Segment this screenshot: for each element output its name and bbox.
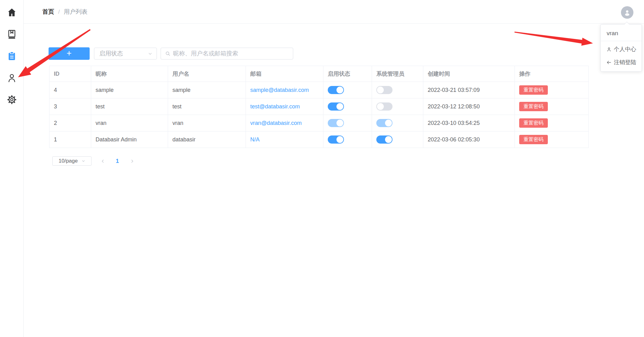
switch-knob: [377, 103, 384, 110]
sidebar-item-home[interactable]: [5, 6, 19, 19]
gear-icon: [7, 94, 17, 105]
table-body: 4samplesamplesample@databasir.com2022-03…: [49, 82, 589, 148]
cell-nickname: sample: [91, 82, 168, 98]
cell-created-at: 2022-03-21 03:57:09: [423, 82, 515, 98]
cell-id: 2: [49, 115, 91, 131]
sidebar-item-tasks-active[interactable]: [5, 49, 19, 63]
sidebar-item-users[interactable]: [5, 71, 19, 85]
dropdown-divider: [601, 41, 642, 41]
menu-item-profile[interactable]: 个人中心: [601, 43, 642, 56]
cell-username: databasir: [168, 131, 246, 148]
annotation-arrow-to-user-menu: [515, 32, 593, 46]
enabled-toggle[interactable]: [328, 86, 344, 94]
cell-email: vran@databasir.com: [246, 115, 323, 131]
cell-created-at: 2022-03-06 02:05:30: [423, 131, 515, 148]
switch-knob: [385, 120, 392, 126]
person-outline-icon: [606, 47, 612, 52]
chevron-left-icon: [101, 159, 105, 164]
page-number-current[interactable]: 1: [110, 158, 125, 164]
status-filter-select[interactable]: 启用状态: [94, 48, 157, 59]
cell-id: 1: [49, 131, 91, 148]
cell-username: test: [168, 98, 246, 115]
reset-password-button[interactable]: 重置密码: [519, 135, 548, 144]
enabled-toggle[interactable]: [328, 119, 344, 127]
status-filter-placeholder: 启用状态: [99, 50, 148, 58]
table-row: 2vranvranvran@databasir.com2022-03-10 03…: [49, 115, 589, 131]
user-icon: [7, 73, 17, 83]
cell-actions: 重置密码: [515, 82, 589, 98]
column-header-3: 邮箱: [246, 66, 323, 82]
column-header-2: 用户名: [168, 66, 246, 82]
admin-toggle[interactable]: [376, 102, 393, 111]
email-link[interactable]: sample@databasir.com: [250, 87, 309, 93]
switch-knob: [336, 136, 343, 143]
menu-item-profile-label: 个人中心: [614, 45, 636, 53]
cell-admin: [372, 131, 423, 148]
page-size-select[interactable]: 10/page: [52, 156, 92, 166]
reset-password-button[interactable]: 重置密码: [519, 85, 548, 95]
admin-toggle[interactable]: [376, 135, 393, 144]
switch-knob: [336, 87, 343, 93]
cell-enabled: [323, 98, 372, 115]
switch-knob: [377, 87, 384, 93]
column-header-7: 操作: [515, 66, 589, 82]
email-link[interactable]: test@databasir.com: [250, 103, 300, 110]
avatar-person-icon: [623, 8, 631, 17]
admin-toggle[interactable]: [376, 86, 393, 94]
book-icon: [7, 29, 17, 40]
enabled-toggle[interactable]: [328, 135, 344, 144]
table-row: 4samplesamplesample@databasir.com2022-03…: [49, 82, 589, 98]
cell-email: sample@databasir.com: [246, 82, 323, 98]
home-icon: [7, 7, 17, 18]
cell-actions: 重置密码: [515, 131, 589, 148]
menu-item-logout[interactable]: 注销登陆: [601, 56, 642, 69]
cell-nickname: test: [91, 98, 168, 115]
search-icon: [165, 51, 171, 56]
cell-created-at: 2022-03-10 03:54:25: [423, 115, 515, 131]
column-header-4: 启用状态: [323, 66, 372, 82]
table-row: 1Databasir AdmindatabasirN/A2022-03-06 0…: [49, 131, 589, 148]
menu-item-logout-label: 注销登陆: [614, 59, 636, 66]
cell-admin: [372, 98, 423, 115]
reset-password-button[interactable]: 重置密码: [519, 118, 548, 128]
email-link[interactable]: vran@databasir.com: [250, 120, 302, 126]
reset-password-button[interactable]: 重置密码: [519, 102, 548, 111]
cell-id: 3: [49, 98, 91, 115]
table-row: 3testtesttest@databasir.com2022-03-12 12…: [49, 98, 589, 115]
search-input[interactable]: [173, 50, 289, 57]
column-header-5: 系统管理员: [372, 66, 423, 82]
cell-actions: 重置密码: [515, 98, 589, 115]
clipboard-icon: [7, 51, 17, 61]
cell-actions: 重置密码: [515, 115, 589, 131]
switch-knob: [385, 136, 392, 143]
switch-knob: [336, 103, 343, 110]
user-avatar-button[interactable]: [621, 6, 633, 19]
cell-nickname: Databasir Admin: [91, 131, 168, 148]
column-header-1: 昵称: [91, 66, 168, 82]
prev-page-button[interactable]: [97, 156, 108, 166]
breadcrumb-home-link[interactable]: 首页: [42, 8, 54, 15]
search-field: [161, 48, 293, 59]
breadcrumb: 首页/用户列表: [42, 8, 87, 16]
admin-toggle[interactable]: [376, 119, 393, 127]
pagination: 10/page 1: [52, 156, 138, 166]
add-user-button[interactable]: +: [49, 47, 90, 60]
switch-knob: [336, 120, 343, 126]
cell-username: sample: [168, 82, 246, 98]
chevron-down-icon: [82, 159, 85, 163]
user-table: ID昵称用户名邮箱启用状态系统管理员创建时间操作 4samplesamplesa…: [49, 66, 589, 148]
cell-admin: [372, 115, 423, 131]
cell-created-at: 2022-03-12 12:08:50: [423, 98, 515, 115]
sidebar-item-documents[interactable]: [5, 27, 19, 41]
cell-nickname: vran: [91, 115, 168, 131]
chevron-right-icon: [130, 159, 134, 164]
sidebar-item-settings[interactable]: [5, 93, 19, 107]
arrow-left-icon: [606, 60, 612, 65]
enabled-toggle[interactable]: [328, 102, 344, 111]
next-page-button[interactable]: [126, 156, 138, 166]
table-header-row: ID昵称用户名邮箱启用状态系统管理员创建时间操作: [49, 66, 589, 82]
cell-email: test@databasir.com: [246, 98, 323, 115]
sidebar: [0, 0, 24, 337]
email-link[interactable]: N/A: [250, 136, 260, 143]
cell-admin: [372, 82, 423, 98]
